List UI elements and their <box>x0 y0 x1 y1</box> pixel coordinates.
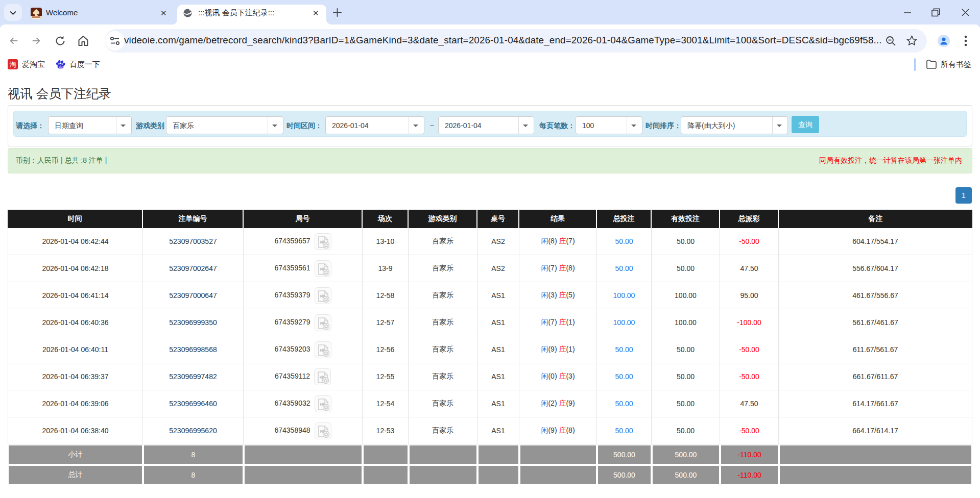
svg-text:淘: 淘 <box>10 61 16 68</box>
svg-text:du: du <box>59 65 63 68</box>
